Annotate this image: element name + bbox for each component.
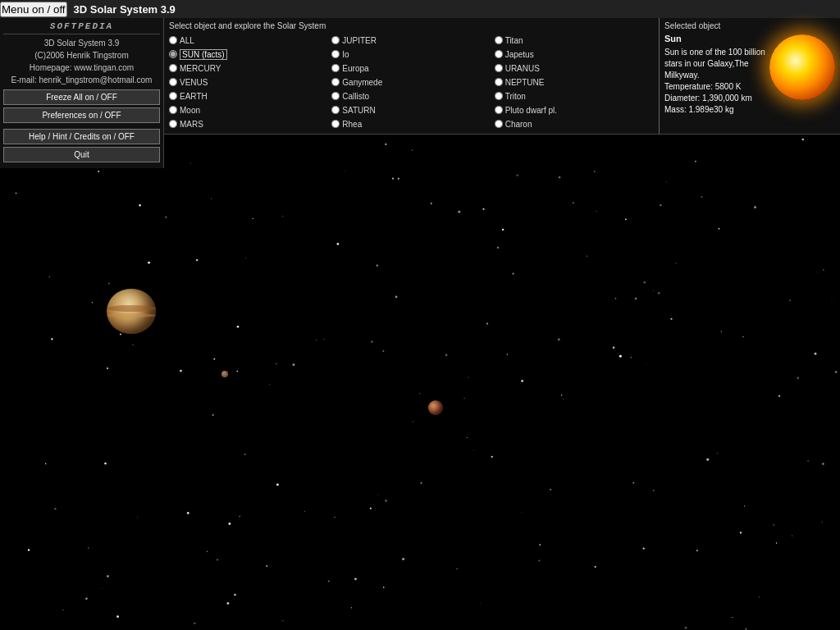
radio-input[interactable] bbox=[495, 106, 503, 114]
radio-input[interactable] bbox=[495, 120, 503, 128]
menu-button[interactable]: Menu on / off bbox=[0, 2, 67, 17]
radio-item[interactable]: Pluto dwarf pl. bbox=[495, 103, 654, 116]
radio-input[interactable] bbox=[331, 120, 340, 128]
radio-input[interactable] bbox=[169, 36, 177, 44]
radio-item[interactable]: NEPTUNE bbox=[495, 75, 654, 89]
planet-small-1 bbox=[221, 371, 228, 377]
radio-label: Rhea bbox=[342, 120, 362, 129]
radio-label: Io bbox=[342, 50, 349, 59]
radio-input[interactable] bbox=[495, 50, 503, 58]
radio-item[interactable]: Ganymede bbox=[331, 75, 491, 89]
copyright-label: (C)2006 Henrik Tingstrom bbox=[3, 49, 160, 62]
homepage-label: Homepage: www.tingan.com bbox=[3, 62, 160, 74]
radio-item[interactable]: SATURN bbox=[331, 103, 491, 116]
selected-diameter: Diameter: 1,390,000 km bbox=[664, 93, 766, 104]
radio-item[interactable]: Io bbox=[331, 48, 491, 61]
selected-section: Selected object Sun Sun is one of the 10… bbox=[660, 18, 840, 134]
radio-item[interactable]: SUN (facts) bbox=[169, 48, 328, 61]
radio-input[interactable] bbox=[169, 78, 177, 86]
logo: SOFTPEDIA bbox=[3, 21, 160, 34]
radio-label: SATURN bbox=[342, 106, 375, 115]
radio-input[interactable] bbox=[331, 50, 340, 58]
quit-button[interactable]: Quit bbox=[3, 147, 160, 162]
radio-item[interactable]: Charon bbox=[495, 117, 654, 130]
radio-item[interactable]: EARTH bbox=[169, 89, 328, 103]
radio-input[interactable] bbox=[169, 106, 177, 114]
radio-item[interactable]: ALL bbox=[169, 34, 328, 47]
radio-input[interactable] bbox=[495, 78, 503, 86]
help-button[interactable]: Help / Hint / Credits on / OFF bbox=[3, 129, 160, 144]
radio-label: MERCURY bbox=[180, 64, 221, 73]
radio-label: MARS bbox=[180, 120, 203, 129]
selected-info: Sun Sun is one of the 100 billion stars … bbox=[664, 33, 766, 116]
radio-item[interactable]: URANUS bbox=[495, 62, 654, 75]
sun-graphic bbox=[769, 34, 835, 100]
radio-label: Moon bbox=[180, 106, 200, 115]
app-title: 3D Solar System 3.9 bbox=[74, 3, 176, 16]
radio-label: Triton bbox=[505, 92, 526, 101]
radio-input[interactable] bbox=[495, 64, 503, 72]
planet-small-2 bbox=[428, 400, 443, 415]
radio-input[interactable] bbox=[331, 78, 340, 86]
radio-input[interactable] bbox=[331, 64, 340, 72]
radio-label: Titan bbox=[505, 36, 523, 45]
radio-label: Japetus bbox=[505, 50, 534, 59]
radio-input[interactable] bbox=[169, 64, 177, 72]
select-section-title: Select object and explore the Solar Syst… bbox=[169, 21, 654, 30]
radio-item[interactable]: VENUS bbox=[169, 75, 328, 89]
selected-temperature: Temperature: 5800 K bbox=[664, 81, 766, 93]
selected-description: Sun is one of the 100 billion stars in o… bbox=[664, 47, 766, 81]
radio-label: Europa bbox=[342, 64, 368, 73]
planet-jupiter bbox=[107, 289, 156, 334]
radio-label: JUPITER bbox=[342, 36, 377, 45]
radio-label: SUN (facts) bbox=[180, 49, 227, 60]
radio-input[interactable] bbox=[331, 106, 340, 114]
radio-label: Charon bbox=[505, 120, 532, 129]
radio-item[interactable]: JUPITER bbox=[331, 34, 491, 47]
radio-input[interactable] bbox=[331, 36, 340, 44]
radio-label: EARTH bbox=[180, 92, 208, 101]
selected-content: Sun Sun is one of the 100 billion stars … bbox=[664, 33, 835, 116]
object-grid: ALLJUPITERTitanSUN (facts)IoJapetusMERCU… bbox=[169, 34, 654, 130]
radio-label: Ganymede bbox=[342, 78, 382, 87]
app-name-label: 3D Solar System 3.9 bbox=[3, 37, 160, 49]
radio-label: VENUS bbox=[180, 78, 208, 87]
radio-input[interactable] bbox=[169, 120, 177, 128]
radio-input[interactable] bbox=[495, 92, 503, 100]
radio-label: ALL bbox=[180, 36, 194, 45]
radio-item[interactable]: Titan bbox=[495, 34, 654, 47]
radio-label: URANUS bbox=[505, 64, 540, 73]
radio-item[interactable]: Triton bbox=[495, 89, 654, 103]
radio-item[interactable]: MARS bbox=[169, 117, 328, 130]
radio-label: Callisto bbox=[342, 92, 369, 101]
selected-section-title: Selected object bbox=[664, 21, 835, 30]
select-section: Select object and explore the Solar Syst… bbox=[164, 18, 660, 134]
preferences-button[interactable]: Preferences on / OFF bbox=[3, 107, 160, 123]
radio-item[interactable]: Callisto bbox=[331, 89, 491, 103]
freeze-button[interactable]: Freeze All on / OFF bbox=[3, 89, 160, 105]
email-label: E-mail: henrik_tingstrom@hotmail.com bbox=[3, 74, 160, 86]
radio-input[interactable] bbox=[331, 92, 340, 100]
radio-input[interactable] bbox=[169, 50, 177, 58]
radio-label: Pluto dwarf pl. bbox=[505, 106, 557, 115]
radio-input[interactable] bbox=[169, 92, 177, 100]
selected-obj-name: Sun bbox=[664, 33, 766, 45]
radio-item[interactable]: MERCURY bbox=[169, 62, 328, 75]
selected-mass: Mass: 1.989e30 kg bbox=[664, 104, 766, 116]
top-panel: Select object and explore the Solar Syst… bbox=[164, 18, 840, 135]
left-panel: SOFTPEDIA 3D Solar System 3.9 (C)2006 He… bbox=[0, 18, 164, 168]
radio-input[interactable] bbox=[495, 36, 503, 44]
radio-label: NEPTUNE bbox=[505, 78, 545, 87]
topbar: Menu on / off 3D Solar System 3.9 bbox=[0, 0, 840, 18]
radio-item[interactable]: Japetus bbox=[495, 48, 654, 61]
radio-item[interactable]: Europa bbox=[331, 62, 491, 75]
radio-item[interactable]: Rhea bbox=[331, 117, 491, 130]
radio-item[interactable]: Moon bbox=[169, 103, 328, 116]
